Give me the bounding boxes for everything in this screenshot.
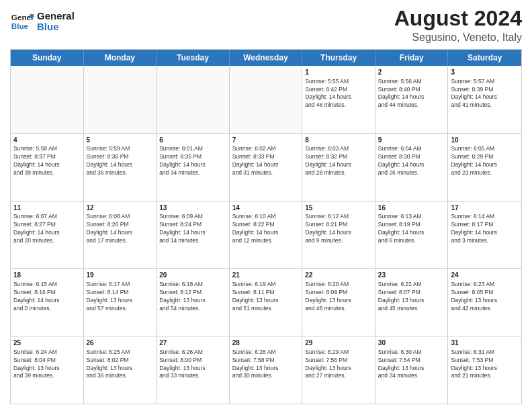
day-number: 9 <box>378 136 445 145</box>
calendar-cell: 11Sunrise: 6:07 AM Sunset: 8:27 PM Dayli… <box>11 201 84 269</box>
calendar-week-row: 25Sunrise: 6:24 AM Sunset: 8:04 PM Dayli… <box>11 336 521 404</box>
calendar-cell: 18Sunrise: 6:15 AM Sunset: 8:16 PM Dayli… <box>11 269 84 336</box>
cell-info: Sunrise: 6:01 AM Sunset: 8:35 PM Dayligh… <box>159 145 226 177</box>
day-number: 26 <box>87 338 154 348</box>
cell-info: Sunrise: 5:58 AM Sunset: 8:37 PM Dayligh… <box>13 145 81 177</box>
calendar-week-row: 4Sunrise: 5:58 AM Sunset: 8:37 PM Daylig… <box>11 133 521 201</box>
logo-text-general: General <box>37 11 75 22</box>
cell-info: Sunrise: 6:25 AM Sunset: 8:02 PM Dayligh… <box>87 349 154 381</box>
calendar-cell <box>11 66 84 133</box>
day-number: 24 <box>451 271 519 280</box>
calendar-cell: 2Sunrise: 5:56 AM Sunset: 8:40 PM Daylig… <box>375 66 449 133</box>
day-number: 7 <box>232 136 300 145</box>
calendar-cell: 7Sunrise: 6:02 AM Sunset: 8:33 PM Daylig… <box>230 134 303 201</box>
cell-info: Sunrise: 5:59 AM Sunset: 8:36 PM Dayligh… <box>87 145 154 177</box>
day-number: 28 <box>232 338 300 348</box>
cell-info: Sunrise: 6:09 AM Sunset: 8:24 PM Dayligh… <box>159 213 226 245</box>
day-number: 17 <box>451 203 519 213</box>
cell-info: Sunrise: 6:12 AM Sunset: 8:21 PM Dayligh… <box>305 213 372 245</box>
calendar-cell: 15Sunrise: 6:12 AM Sunset: 8:21 PM Dayli… <box>302 201 375 269</box>
cell-info: Sunrise: 6:29 AM Sunset: 7:56 PM Dayligh… <box>305 349 372 381</box>
cell-info: Sunrise: 6:24 AM Sunset: 8:04 PM Dayligh… <box>13 349 81 381</box>
cell-info: Sunrise: 5:57 AM Sunset: 8:39 PM Dayligh… <box>451 78 519 110</box>
day-number: 13 <box>159 203 226 213</box>
cell-info: Sunrise: 6:15 AM Sunset: 8:16 PM Dayligh… <box>13 281 81 313</box>
calendar-cell: 24Sunrise: 6:23 AM Sunset: 8:05 PM Dayli… <box>448 269 521 336</box>
calendar-header-cell: Tuesday <box>157 50 230 66</box>
cell-info: Sunrise: 6:28 AM Sunset: 7:58 PM Dayligh… <box>232 349 300 381</box>
cell-info: Sunrise: 6:31 AM Sunset: 7:53 PM Dayligh… <box>451 349 519 381</box>
cell-info: Sunrise: 6:17 AM Sunset: 8:14 PM Dayligh… <box>87 281 154 313</box>
calendar-cell: 16Sunrise: 6:13 AM Sunset: 8:19 PM Dayli… <box>375 201 449 269</box>
calendar-cell: 20Sunrise: 6:18 AM Sunset: 8:12 PM Dayli… <box>157 269 230 336</box>
calendar-cell <box>84 66 157 133</box>
calendar-cell: 30Sunrise: 6:30 AM Sunset: 7:54 PM Dayli… <box>375 336 449 404</box>
cell-info: Sunrise: 6:20 AM Sunset: 8:09 PM Dayligh… <box>305 281 372 313</box>
cell-info: Sunrise: 6:04 AM Sunset: 8:30 PM Dayligh… <box>378 145 445 177</box>
cell-info: Sunrise: 6:19 AM Sunset: 8:11 PM Dayligh… <box>232 281 300 313</box>
cell-info: Sunrise: 6:26 AM Sunset: 8:00 PM Dayligh… <box>159 349 226 381</box>
calendar-week-row: 1Sunrise: 5:55 AM Sunset: 8:42 PM Daylig… <box>11 66 521 133</box>
calendar-cell: 27Sunrise: 6:26 AM Sunset: 8:00 PM Dayli… <box>157 336 230 404</box>
day-number: 6 <box>159 136 226 145</box>
day-number: 29 <box>305 338 372 348</box>
calendar-cell: 10Sunrise: 6:05 AM Sunset: 8:29 PM Dayli… <box>448 134 521 201</box>
day-number: 27 <box>159 338 226 348</box>
cell-info: Sunrise: 6:03 AM Sunset: 8:32 PM Dayligh… <box>305 145 372 177</box>
title-block: August 2024 Segusino, Veneto, Italy <box>394 7 522 44</box>
calendar-cell: 8Sunrise: 6:03 AM Sunset: 8:32 PM Daylig… <box>302 134 375 201</box>
day-number: 22 <box>305 271 372 280</box>
day-number: 23 <box>378 271 445 280</box>
day-number: 3 <box>451 68 519 77</box>
calendar-header: SundayMondayTuesdayWednesdayThursdayFrid… <box>11 50 521 66</box>
subtitle: Segusino, Veneto, Italy <box>394 32 522 44</box>
day-number: 21 <box>232 271 300 280</box>
calendar-cell: 21Sunrise: 6:19 AM Sunset: 8:11 PM Dayli… <box>230 269 303 336</box>
calendar-cell: 4Sunrise: 5:58 AM Sunset: 8:37 PM Daylig… <box>11 134 84 201</box>
calendar-cell <box>157 66 230 133</box>
calendar-cell: 1Sunrise: 5:55 AM Sunset: 8:42 PM Daylig… <box>302 66 375 133</box>
logo-icon: General Blue <box>10 9 34 34</box>
calendar-cell: 6Sunrise: 6:01 AM Sunset: 8:35 PM Daylig… <box>157 134 230 201</box>
day-number: 10 <box>451 136 519 145</box>
day-number: 16 <box>378 203 445 213</box>
calendar-header-cell: Saturday <box>448 50 521 66</box>
day-number: 30 <box>378 338 445 348</box>
calendar-body: 1Sunrise: 5:55 AM Sunset: 8:42 PM Daylig… <box>11 66 521 404</box>
cell-info: Sunrise: 6:23 AM Sunset: 8:05 PM Dayligh… <box>451 281 519 313</box>
cell-info: Sunrise: 6:05 AM Sunset: 8:29 PM Dayligh… <box>451 145 519 177</box>
calendar-cell: 19Sunrise: 6:17 AM Sunset: 8:14 PM Dayli… <box>84 269 157 336</box>
cell-info: Sunrise: 5:55 AM Sunset: 8:42 PM Dayligh… <box>305 78 372 110</box>
day-number: 2 <box>378 68 445 77</box>
day-number: 4 <box>13 136 81 145</box>
cell-info: Sunrise: 6:08 AM Sunset: 8:26 PM Dayligh… <box>87 213 154 245</box>
cell-info: Sunrise: 6:10 AM Sunset: 8:22 PM Dayligh… <box>232 213 300 245</box>
logo-text-blue: Blue <box>37 21 75 33</box>
cell-info: Sunrise: 5:56 AM Sunset: 8:40 PM Dayligh… <box>378 78 445 110</box>
calendar-cell: 12Sunrise: 6:08 AM Sunset: 8:26 PM Dayli… <box>84 201 157 269</box>
cell-info: Sunrise: 6:02 AM Sunset: 8:33 PM Dayligh… <box>232 145 300 177</box>
cell-info: Sunrise: 6:13 AM Sunset: 8:19 PM Dayligh… <box>378 213 445 245</box>
calendar-cell: 31Sunrise: 6:31 AM Sunset: 7:53 PM Dayli… <box>448 336 521 404</box>
calendar-header-cell: Sunday <box>11 50 84 66</box>
cell-info: Sunrise: 6:14 AM Sunset: 8:17 PM Dayligh… <box>451 213 519 245</box>
calendar-cell: 28Sunrise: 6:28 AM Sunset: 7:58 PM Dayli… <box>230 336 303 404</box>
cell-info: Sunrise: 6:30 AM Sunset: 7:54 PM Dayligh… <box>378 349 445 381</box>
day-number: 19 <box>87 271 154 280</box>
day-number: 18 <box>13 271 81 280</box>
calendar-cell: 5Sunrise: 5:59 AM Sunset: 8:36 PM Daylig… <box>84 134 157 201</box>
day-number: 14 <box>232 203 300 213</box>
calendar: SundayMondayTuesdayWednesdayThursdayFrid… <box>10 49 522 404</box>
calendar-cell: 22Sunrise: 6:20 AM Sunset: 8:09 PM Dayli… <box>302 269 375 336</box>
cell-info: Sunrise: 6:18 AM Sunset: 8:12 PM Dayligh… <box>159 281 226 313</box>
calendar-week-row: 18Sunrise: 6:15 AM Sunset: 8:16 PM Dayli… <box>11 268 521 336</box>
day-number: 11 <box>13 203 81 213</box>
day-number: 5 <box>87 136 154 145</box>
calendar-week-row: 11Sunrise: 6:07 AM Sunset: 8:27 PM Dayli… <box>11 201 521 269</box>
day-number: 8 <box>305 136 372 145</box>
page: General Blue General Blue August 2024 Se… <box>0 0 532 411</box>
day-number: 15 <box>305 203 372 213</box>
day-number: 1 <box>305 68 372 77</box>
cell-info: Sunrise: 6:22 AM Sunset: 8:07 PM Dayligh… <box>378 281 445 313</box>
calendar-cell: 23Sunrise: 6:22 AM Sunset: 8:07 PM Dayli… <box>375 269 449 336</box>
